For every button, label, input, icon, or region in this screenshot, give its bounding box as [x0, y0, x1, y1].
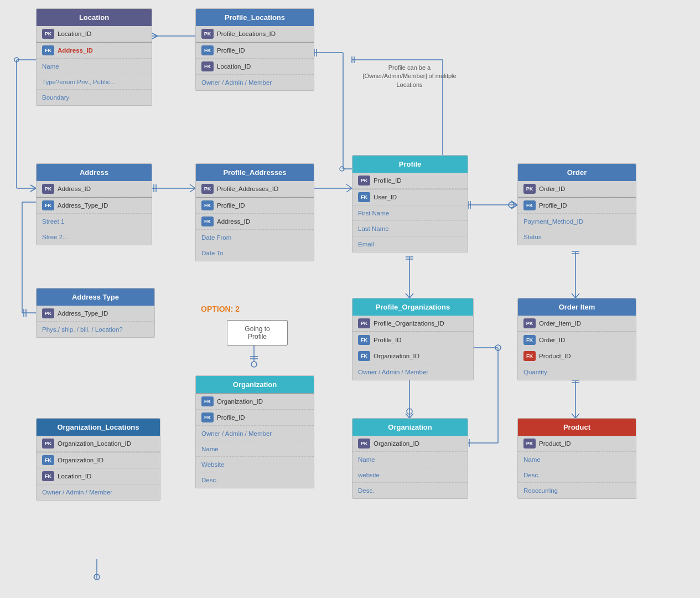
svg-line-28 [190, 188, 195, 192]
field-role: Owner / Admin / Member [358, 369, 428, 375]
fk-badge: FK [201, 61, 214, 71]
entity-ol-body: PK Organization_Location_ID FK Organizat… [37, 436, 160, 500]
entity-address-header: Address [37, 164, 152, 181]
field-type: Type?enum:Priv., Public... [42, 79, 116, 85]
table-row: Payment_Method_ID [518, 214, 636, 229]
entity-org2-body: PK Organization_ID Name website Desc. [352, 436, 468, 498]
table-row: PK Organization_ID [352, 436, 468, 452]
svg-line-1 [152, 33, 158, 36]
entity-profile-locations-header: Profile_Locations [196, 9, 314, 26]
pk-badge: PK [523, 184, 536, 194]
table-row: Name [37, 59, 152, 74]
field-street2: Stree 2... [42, 234, 68, 240]
fk-badge: FK [42, 45, 54, 55]
field-lastname: Last Name [358, 225, 389, 232]
table-row: PK Product_ID [518, 436, 636, 452]
entity-location-header: Location [37, 9, 152, 26]
table-row: Reoccurring [518, 483, 636, 498]
field-org-id: Organization_ID [374, 440, 419, 447]
entity-po-body: PK Profile_Organizations_ID FK Profile_I… [352, 316, 473, 380]
entity-address: Address PK Address_ID FK Address_Type_ID… [36, 163, 152, 245]
table-row: Desc. [196, 472, 314, 488]
table-row: Desc. [518, 467, 636, 483]
table-row: PK Profile_Organizations_ID [352, 316, 473, 332]
field-role: Owner / Admin / Member [201, 430, 272, 437]
entity-order-item-body: PK Order_Item_ID FK Order_ID FK Product_… [518, 316, 636, 380]
field-name: Name [201, 446, 219, 452]
table-row: Boundary [37, 90, 152, 105]
field-profile-id: Profile_ID [217, 47, 245, 54]
table-row: Stree 2... [37, 229, 152, 245]
pk-badge: PK [358, 318, 370, 328]
entity-profile-header: Profile [352, 156, 468, 173]
field-profile-id: Profile_ID [374, 337, 402, 343]
table-row: PK Profile_Locations_ID [196, 26, 314, 42]
field-address-id: Address_ID [58, 185, 91, 192]
field-address-id: Address_ID [58, 47, 93, 54]
table-row: FK Profile_ID [518, 197, 636, 214]
fk-red-badge: FK [523, 351, 536, 361]
entity-location: Location PK Location_ID FK Address_ID Na… [36, 8, 152, 106]
entity-profile-locations: Profile_Locations PK Profile_Locations_I… [195, 8, 314, 91]
svg-line-64 [572, 414, 575, 418]
table-row: FK Address_ID [196, 214, 314, 230]
table-row: FK Address_Type_ID [37, 197, 152, 214]
entity-organization-option2: Organization FK Organization_ID FK Profi… [195, 375, 314, 488]
field-oi-id: Order_Item_ID [539, 320, 581, 327]
field-payment: Payment_Method_ID [523, 218, 583, 225]
entity-profile-locations-body: PK Profile_Locations_ID FK Profile_ID FK… [196, 26, 314, 90]
field-at-desc: Phys./ ship. / bill. / Location? [42, 326, 123, 333]
table-row: Date From [196, 230, 314, 245]
field-user-id: User_ID [374, 194, 397, 200]
svg-line-49 [409, 293, 413, 298]
field-role: Owner / Admin / Member [42, 489, 112, 496]
fk-badge: FK [201, 396, 214, 406]
field-location-id: Location_ID [58, 473, 91, 480]
table-row: Street 1 [37, 214, 152, 229]
field-profile-id: Profile_ID [217, 202, 245, 209]
field-ol-id: Organization_Location_ID [58, 440, 131, 447]
table-row: Owner / Admin / Member [196, 75, 314, 90]
field-profile-id: Profile_ID [374, 177, 402, 184]
svg-point-10 [14, 58, 19, 62]
field-boundary: Boundary [42, 94, 69, 101]
field-desc: Desc. [358, 487, 374, 494]
pk-badge: PK [523, 439, 536, 448]
field-location-id: Location_ID [217, 63, 251, 70]
table-row: FK Profile_ID [196, 42, 314, 59]
field-profile-id: Profile_ID [217, 414, 245, 421]
field-address-type-id: Address_Type_ID [58, 202, 108, 209]
entity-order-body: PK Order_ID FK Profile_ID Payment_Method… [518, 181, 636, 245]
fk-badge: FK [358, 351, 370, 361]
field-desc: Desc. [523, 472, 540, 478]
fk-badge: FK [201, 413, 214, 422]
entity-order-header: Order [518, 164, 636, 181]
field-address-id: Address_ID [217, 218, 250, 225]
field-street1: Street 1 [42, 218, 64, 225]
table-row: FK Profile_ID [352, 332, 473, 348]
field-product-id: Product_ID [539, 353, 571, 359]
pk-badge: PK [201, 29, 214, 39]
fk-badge: FK [201, 216, 214, 226]
field-quantity: Quantity [523, 369, 547, 375]
pk-badge: PK [42, 184, 54, 194]
table-row: Owner / Admin / Member [352, 364, 473, 380]
table-row: FK Product_ID [518, 348, 636, 364]
svg-line-60 [575, 293, 579, 298]
table-row: Name [352, 452, 468, 467]
entity-address-body: PK Address_ID FK Address_Type_ID Street … [37, 181, 152, 245]
field-reoccurring: Reoccurring [523, 487, 558, 494]
entity-order-item-header: Order Item [518, 298, 636, 316]
table-row: FK Organization_ID [196, 393, 314, 410]
pk-badge: PK [42, 439, 54, 448]
field-status: Status [523, 234, 542, 240]
table-row: PK Address_Type_ID [37, 306, 154, 322]
table-row: Website [196, 457, 314, 472]
annotation-profile-locations: Profile can be a [Owner/Admin/Member] of… [360, 64, 459, 89]
entity-ol-header: Organization_Locations [37, 419, 160, 436]
entity-profile-addresses-body: PK Profile_Addresses_ID FK Profile_ID FK… [196, 181, 314, 261]
svg-line-2 [152, 36, 158, 39]
entity-profile-addresses-header: Profile_Addresses [196, 164, 314, 181]
table-row: Name [518, 452, 636, 467]
field-date-from: Date From [201, 234, 231, 241]
